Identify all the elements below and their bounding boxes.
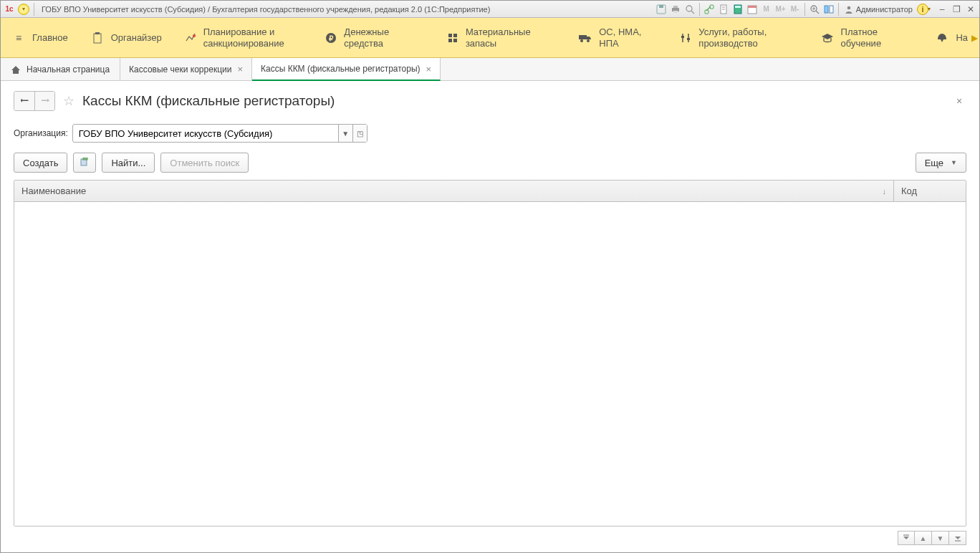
org-label: Организация: bbox=[14, 128, 68, 138]
toolbar: Создать Найти... Отменить поиск Еще▼ bbox=[14, 153, 966, 173]
svg-text:₽: ₽ bbox=[329, 34, 334, 42]
create-button[interactable]: Создать bbox=[14, 153, 67, 173]
home-icon bbox=[11, 64, 21, 74]
nav-item-planning[interactable]: Планирование и санкционирование bbox=[173, 18, 314, 57]
svg-rect-4 bbox=[673, 11, 678, 13]
info-dropdown-icon[interactable]: ▾ bbox=[928, 6, 931, 12]
grid-down-button[interactable]: ▼ bbox=[932, 531, 949, 545]
memory-mminus-button[interactable]: M- bbox=[789, 3, 802, 16]
zoom-icon[interactable] bbox=[808, 3, 821, 16]
find-button[interactable]: Найти... bbox=[102, 153, 155, 173]
nav-label: Платное обучение bbox=[841, 27, 913, 49]
favorite-star-icon[interactable]: ☆ bbox=[61, 93, 77, 109]
ruble-icon: ₽ bbox=[325, 32, 337, 44]
main-nav: ≡ Главное Органайзер Планирование и санк… bbox=[1, 18, 979, 58]
nav-item-main[interactable]: ≡ Главное bbox=[1, 18, 80, 57]
user-name: Администратор bbox=[856, 5, 913, 14]
svg-rect-37 bbox=[681, 36, 684, 38]
svg-rect-15 bbox=[748, 6, 756, 8]
dropdown-icon[interactable]: ▼ bbox=[338, 125, 352, 142]
nav-item-assets[interactable]: ОС, НМА, НПА bbox=[567, 18, 668, 57]
tab-label: Кассы ККМ (фискальные регистраторы) bbox=[261, 64, 421, 74]
memory-mplus-button[interactable]: M+ bbox=[774, 3, 787, 16]
data-grid: Наименование ↓ Код bbox=[14, 180, 966, 526]
link-icon[interactable] bbox=[703, 3, 716, 16]
nav-label: На bbox=[956, 32, 968, 44]
org-input[interactable] bbox=[73, 125, 338, 142]
grid-header: Наименование ↓ Код bbox=[14, 181, 966, 202]
tab-correction-receipts[interactable]: Кассовые чеки коррекции × bbox=[120, 58, 252, 80]
tab-start-page[interactable]: Начальная страница bbox=[1, 58, 120, 80]
grid-up-button[interactable]: ▲ bbox=[915, 531, 932, 545]
svg-rect-29 bbox=[453, 34, 457, 37]
page-content: 🠔 🠖 ☆ Кассы ККМ (фискальные регистраторы… bbox=[1, 81, 979, 552]
svg-rect-20 bbox=[825, 6, 828, 13]
nav-item-cash[interactable]: ₽ Денежные средства bbox=[314, 18, 436, 57]
grid-first-button[interactable] bbox=[898, 531, 915, 545]
page-close-button[interactable]: × bbox=[952, 94, 966, 108]
nav-item-inventory[interactable]: Материальные запасы bbox=[435, 18, 567, 57]
separator bbox=[838, 3, 839, 16]
info-icon[interactable]: i bbox=[917, 4, 928, 15]
tab-kkm-registers[interactable]: Кассы ККМ (фискальные регистраторы) × bbox=[252, 58, 441, 81]
svg-point-5 bbox=[686, 6, 692, 11]
app-1c-icon: 1c bbox=[4, 4, 15, 15]
close-button[interactable]: ✕ bbox=[965, 4, 976, 15]
save-icon[interactable] bbox=[655, 3, 668, 16]
panels-icon[interactable] bbox=[822, 3, 835, 16]
maximize-button[interactable]: ❐ bbox=[951, 4, 962, 15]
page-header: 🠔 🠖 ☆ Кассы ККМ (фискальные регистраторы… bbox=[14, 91, 966, 111]
svg-point-34 bbox=[587, 39, 590, 42]
user-icon bbox=[845, 5, 853, 14]
title-bar: 1c ▾ ГОБУ ВПО Университет искусств (Субс… bbox=[1, 1, 979, 18]
grid-body[interactable] bbox=[14, 202, 966, 526]
history-nav: 🠔 🠖 bbox=[14, 91, 55, 111]
nav-item-services[interactable]: Услуги, работы, производство bbox=[668, 18, 809, 57]
copy-button[interactable] bbox=[73, 153, 96, 173]
close-icon[interactable]: × bbox=[426, 64, 432, 74]
column-header-code[interactable]: Код bbox=[894, 181, 966, 201]
separator bbox=[699, 3, 700, 16]
button-label: Создать bbox=[23, 158, 58, 168]
tools-icon bbox=[680, 32, 691, 44]
nav-label: Органайзер bbox=[111, 32, 162, 44]
page-title: Кассы ККМ (фискальные регистраторы) bbox=[82, 93, 335, 109]
document-icon[interactable] bbox=[717, 3, 730, 16]
svg-rect-21 bbox=[830, 6, 833, 13]
eagle-icon bbox=[936, 32, 948, 44]
open-dialog-icon[interactable]: ◳ bbox=[352, 125, 367, 142]
nav-label: Материальные запасы bbox=[466, 27, 556, 49]
svg-rect-23 bbox=[94, 34, 101, 43]
button-label: Отменить поиск bbox=[170, 158, 239, 168]
button-label: Найти... bbox=[111, 158, 145, 168]
print-icon[interactable] bbox=[669, 3, 682, 16]
nav-item-education[interactable]: Платное обучение bbox=[810, 18, 925, 57]
clipboard-icon bbox=[91, 32, 104, 44]
svg-rect-38 bbox=[687, 38, 690, 40]
memory-m-button[interactable]: M bbox=[760, 3, 773, 16]
calendar-icon[interactable] bbox=[746, 3, 759, 16]
org-combo: ▼ ◳ bbox=[72, 124, 368, 143]
close-icon[interactable]: × bbox=[237, 64, 243, 74]
title-toolbar: M M+ M- Администратор i ▾ – ❐ ✕ bbox=[655, 3, 976, 16]
cancel-search-button: Отменить поиск bbox=[160, 153, 249, 173]
svg-rect-32 bbox=[579, 35, 587, 39]
chevron-down-icon: ▼ bbox=[951, 159, 957, 166]
title-dropdown-button[interactable]: ▾ bbox=[18, 4, 29, 15]
button-label: Еще bbox=[925, 158, 943, 168]
column-header-name[interactable]: Наименование ↓ bbox=[14, 181, 894, 201]
search-icon[interactable] bbox=[683, 3, 696, 16]
nav-scroll-right[interactable]: ▶ bbox=[969, 18, 979, 57]
svg-line-6 bbox=[691, 11, 694, 14]
more-button[interactable]: Еще▼ bbox=[916, 153, 966, 173]
tab-label: Начальная страница bbox=[27, 64, 110, 74]
calculator-icon[interactable] bbox=[731, 3, 744, 16]
grid-nav-buttons: ▲ ▼ bbox=[14, 531, 966, 545]
nav-item-organizer[interactable]: Органайзер bbox=[80, 18, 173, 57]
menu-icon: ≡ bbox=[12, 32, 25, 44]
back-button[interactable]: 🠔 bbox=[14, 92, 34, 110]
minimize-button[interactable]: – bbox=[936, 4, 948, 15]
separator bbox=[34, 3, 34, 16]
user-chip[interactable]: Администратор bbox=[842, 5, 916, 14]
grid-last-button[interactable] bbox=[949, 531, 966, 545]
